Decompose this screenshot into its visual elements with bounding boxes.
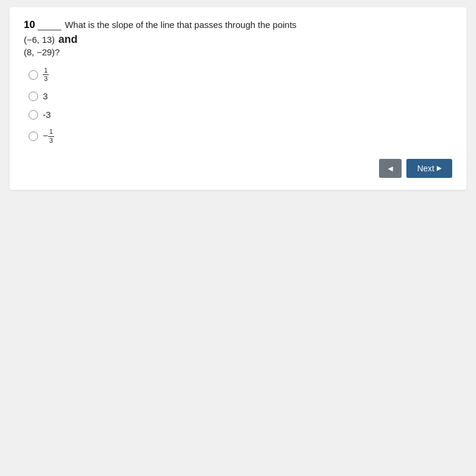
and-text: and [58,33,77,46]
point1-text: (−6, 13) [24,35,55,45]
question-number: 10 [24,19,35,31]
radio-opt1[interactable] [29,70,38,80]
question-header: 10 What is the slope of the line that pa… [24,19,452,31]
radio-opt3[interactable] [29,110,38,120]
point2-text: (8, −29)? [24,47,60,57]
button-row: ◄ Next [24,159,452,178]
option-label-1: 1 3 [43,67,49,83]
list-item[interactable]: 3 [29,91,452,101]
question-text: What is the slope of the line that passe… [65,20,296,30]
options-list: 1 3 3 -3 − 1 3 [29,67,452,145]
fraction-neg-1-3: 1 3 [48,128,54,144]
list-item[interactable]: 1 3 [29,67,452,83]
question-line3: (8, −29)? [24,47,452,57]
radio-opt2[interactable] [29,92,38,101]
next-button[interactable]: Next [406,159,452,178]
question-blank [37,20,61,30]
option-label-2: 3 [43,91,48,101]
list-item[interactable]: -3 [29,109,452,120]
option-label-4: − 1 3 [43,128,54,144]
question-card: 10 What is the slope of the line that pa… [10,7,466,190]
page-wrapper: 10 What is the slope of the line that pa… [0,0,476,197]
question-line2: (−6, 13) and [24,33,452,46]
radio-opt4[interactable] [29,131,38,141]
list-item[interactable]: − 1 3 [29,128,452,144]
prev-button[interactable]: ◄ [379,159,402,178]
option-label-3: -3 [43,109,51,120]
fraction-1-3: 1 3 [43,67,49,83]
